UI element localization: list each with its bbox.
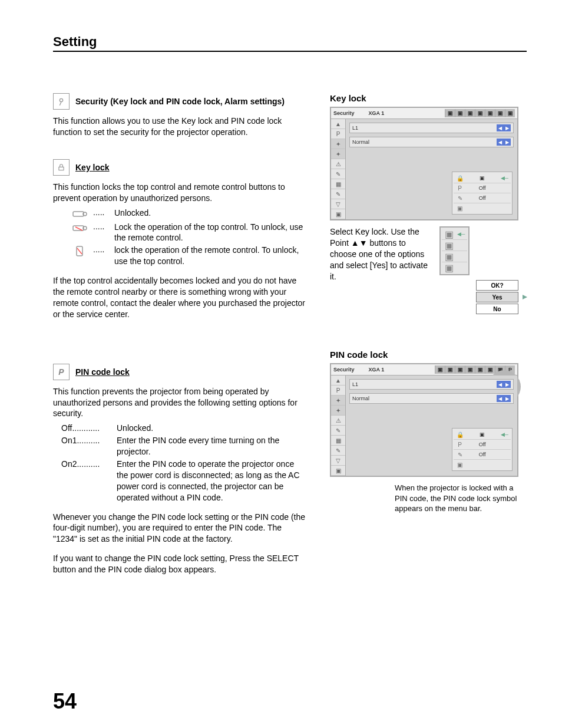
top-control-lock-icon [71, 222, 88, 235]
pin-opt-on1-desc: Enter the PIN code every time turning on… [117, 435, 306, 457]
security-desc: This function allows you to use the Key … [53, 116, 306, 138]
pinlock-heading: PIN code lock [75, 367, 130, 377]
pinlock-icon: P [53, 364, 70, 380]
security-icon [53, 93, 70, 110]
svg-rect-1 [59, 167, 64, 170]
page-number: 54 [53, 689, 77, 714]
keylock-opt-unlocked: Unlocked. [114, 207, 306, 219]
menu-sub-panel: 🔒▣◀─ POff ✎Off ▣ [452, 428, 513, 471]
menu-label: Security [333, 110, 355, 116]
menu-label: Security [333, 367, 355, 373]
confirm-no: No [476, 304, 518, 314]
confirm-yes: Yes [476, 292, 518, 302]
pin-opt-on1-label: On1.......... [61, 435, 114, 446]
menu-source: XGA 1 [369, 110, 385, 116]
menu-row-normal: Normal ◀▶ [349, 393, 514, 404]
pin-opt-on2-label: On2.......... [61, 459, 114, 470]
pin-opt-on2-desc: Enter the PIN code to operate the projec… [117, 459, 306, 503]
menu-row-l1: L1 ◀▶ [349, 379, 514, 390]
menu-row-l1: L1 ◀▶ [349, 123, 514, 133]
projector-unlocked-icon [71, 207, 88, 220]
menu-side-icons: ▲P✦✦⚠✎▦✎▽▣ [331, 375, 346, 476]
svg-point-0 [59, 98, 62, 101]
right-pinlock-title: PIN code lock [330, 350, 518, 360]
keylock-icon [53, 159, 70, 176]
keylock-desc: This function locks the top control and … [53, 182, 306, 204]
dots: ..... [93, 207, 110, 217]
pin-opt-off-label: Off............ [61, 423, 114, 434]
pinlock-p2: If you want to change the PIN code lock … [53, 553, 306, 575]
menu-sub-panel: 🔒▣◀─ POff ✎Off ▣ [452, 172, 513, 215]
svg-rect-2 [73, 212, 84, 216]
pinlock-desc: This function prevents the projector fro… [53, 386, 306, 420]
confirm-ok: OK? [476, 280, 518, 291]
keylock-menu-mock: Security XGA 1 ▣▣▣▣▣▣▣ ▲P✦✦⚠✎▦✎▽▣ L1 ◀▶ [330, 107, 518, 220]
keylock-warning: If the top control accidentally becomes … [53, 275, 306, 320]
keylock-opt-top: Lock the operation of the top control. T… [114, 222, 306, 244]
security-heading: Security (Key lock and PIN code lock, Al… [75, 97, 285, 106]
pinlock-p1: Whenever you change the PIN code lock se… [53, 512, 306, 545]
menu-source: XGA 1 [369, 367, 385, 373]
pinlock-menu-mock: P▸ Security XGA 1 ▣▣▣▣▣▣▣P ▲P✦✦⚠✎▦✎▽▣ [330, 363, 518, 477]
right-keylock-title: Key lock [330, 93, 518, 103]
keylock-note: Select Key lock. Use the Point ▲▼ button… [330, 226, 429, 282]
remote-lock-icon [71, 245, 88, 258]
pin-opt-off-desc: Unlocked. [117, 423, 306, 434]
dots: ..... [93, 222, 110, 231]
pinlock-caption: When the projector is locked with a PIN … [395, 483, 518, 514]
menu-row-normal: Normal ◀▶ [349, 137, 514, 147]
menu-topbar-icons: ▣▣▣▣▣▣▣ [445, 109, 515, 117]
menu-side-icons: ▲P✦✦⚠✎▦✎▽▣ [331, 119, 346, 219]
keylock-opt-remote: lock the operation of the remote control… [114, 245, 306, 267]
dots: ..... [93, 245, 110, 254]
page-title: Setting [53, 34, 527, 52]
keylock-options-popup: ▣◀─ ▣ ▣ ▣ [439, 226, 470, 275]
confirm-block: OK? Yes No [476, 280, 518, 314]
keylock-heading: Key lock [75, 163, 110, 172]
